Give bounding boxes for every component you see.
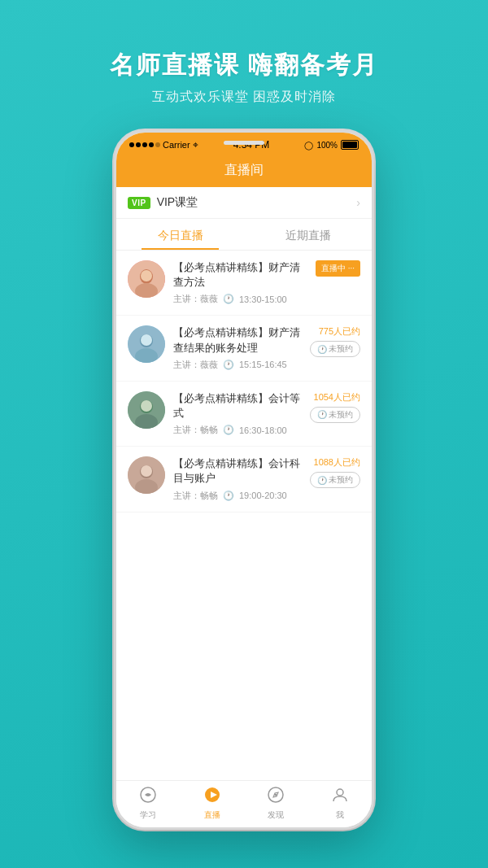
bottom-nav: 学习 直播 发现 (116, 780, 372, 827)
course-item-1[interactable]: 【必考点精讲精练】财产清查方法 主讲：薇薇 🕐 13:30-15:00 直播中 … (116, 251, 372, 316)
svg-point-11 (141, 400, 152, 412)
wifi-icon: ⌖ (193, 139, 198, 150)
course-3-time: 16:30-18:00 (239, 425, 287, 435)
live-nav-label: 直播 (204, 809, 220, 821)
course-list: 【必考点精讲精练】财产清查方法 主讲：薇薇 🕐 13:30-15:00 直播中 … (116, 251, 372, 777)
battery-fill (342, 142, 357, 148)
clock-small-icon-3: 🕐 (317, 410, 327, 419)
clock-small-icon-2: 🕐 (317, 345, 327, 354)
svg-point-15 (141, 465, 152, 477)
course-4-teacher-label: 主讲：畅畅 (173, 490, 218, 502)
svg-point-3 (141, 270, 152, 281)
course-3-reserved: 1054人已约 (314, 391, 360, 403)
discover-icon (267, 786, 285, 808)
svg-point-7 (141, 334, 152, 346)
course-1-info: 【必考点精讲精练】财产清查方法 主讲：薇薇 🕐 13:30-15:00 (173, 260, 307, 305)
tab-today-live[interactable]: 今日直播 (116, 219, 244, 250)
course-3-info: 【必考点精讲精练】会计等式 主讲：畅畅 🕐 16:30-18:00 (173, 391, 302, 436)
clock-icon-2: 🕐 (223, 360, 234, 370)
vip-text: VIP课堂 (157, 195, 357, 210)
vip-badge: VIP (128, 197, 150, 209)
me-icon (331, 786, 349, 808)
clock-icon-1: 🕐 (223, 294, 234, 304)
tab-recent-label: 近期直播 (285, 229, 331, 242)
signal-dot-5 (155, 142, 160, 147)
status-left: Carrier ⌖ (129, 139, 198, 150)
clock-icon-3: 🕐 (223, 425, 234, 435)
course-3-reserve-btn[interactable]: 🕐 未预约 (310, 407, 360, 423)
course-3-action: 1054人已约 🕐 未预约 (310, 391, 360, 423)
course-item-2[interactable]: 【必考点精讲精练】财产清查结果的账务处理 主讲：薇薇 🕐 15:15-16:45… (116, 316, 372, 381)
avatar-1 (128, 260, 165, 298)
course-2-title: 【必考点精讲精练】财产清查结果的账务处理 (173, 325, 302, 355)
battery-percent: 100% (316, 141, 338, 150)
course-item-3[interactable]: 【必考点精讲精练】会计等式 主讲：畅畅 🕐 16:30-18:00 1054人已… (116, 382, 372, 447)
course-1-time: 13:30-15:00 (239, 294, 287, 304)
tab-recent-live[interactable]: 近期直播 (244, 219, 372, 250)
tab-today-label: 今日直播 (158, 229, 203, 242)
avatar-2 (128, 325, 165, 363)
signal-dot-1 (129, 142, 134, 147)
battery-icon (341, 140, 359, 150)
live-icon (203, 786, 221, 808)
signal-dots (129, 142, 160, 147)
course-2-meta: 主讲：薇薇 🕐 15:15-16:45 (173, 359, 302, 371)
vip-arrow-icon: › (356, 196, 360, 209)
study-icon (139, 786, 157, 808)
course-4-time: 19:00-20:30 (239, 491, 287, 500)
study-label: 学习 (140, 809, 156, 821)
svg-point-20 (275, 794, 277, 796)
phone-shell: Carrier ⌖ 4:34 PM ◯ 100% 直播间 VIP VIP课堂 › (114, 130, 374, 830)
clock-small-icon-4: 🕐 (317, 476, 327, 485)
course-2-info: 【必考点精讲精练】财产清查结果的账务处理 主讲：薇薇 🕐 15:15-16:45 (173, 325, 302, 370)
navigation-bar: 直播间 (116, 155, 372, 187)
nav-title: 直播间 (224, 163, 264, 177)
course-2-reserved: 775人已约 (319, 325, 360, 338)
course-1-teacher-label: 主讲：薇薇 (173, 293, 218, 305)
course-4-title: 【必考点精讲精练】会计科目与账户 (173, 456, 302, 486)
course-1-action: 直播中 ··· (316, 260, 360, 277)
course-2-action: 775人已约 🕐 未预约 (310, 325, 360, 357)
discover-label: 发现 (268, 809, 284, 821)
course-4-meta: 主讲：畅畅 🕐 19:00-20:30 (173, 490, 302, 502)
course-1-title: 【必考点精讲精练】财产清查方法 (173, 260, 307, 290)
nav-item-study[interactable]: 学习 (116, 786, 181, 821)
carrier-text: Carrier (163, 140, 190, 150)
nav-item-live[interactable]: 直播 (181, 786, 245, 821)
svg-point-21 (337, 789, 343, 796)
course-4-reserved: 1088人已约 (314, 456, 360, 469)
course-item-4[interactable]: 【必考点精讲精练】会计科目与账户 主讲：畅畅 🕐 19:00-20:30 108… (116, 447, 372, 512)
signal-dot-3 (142, 142, 147, 147)
course-2-teacher-label: 主讲：薇薇 (173, 359, 218, 371)
hero-subtitle: 互动式欢乐课堂 困惑及时消除 (0, 89, 488, 106)
nav-item-me[interactable]: 我 (308, 786, 373, 821)
signal-dot-4 (149, 142, 154, 147)
course-2-time: 15:15-16:45 (239, 360, 287, 369)
hero-title: 名师直播课 嗨翻备考月 (0, 49, 488, 82)
nav-item-discover[interactable]: 发现 (244, 786, 308, 821)
status-right: ◯ 100% (304, 140, 359, 150)
status-bar: Carrier ⌖ 4:34 PM ◯ 100% (116, 133, 372, 155)
course-1-meta: 主讲：薇薇 🕐 13:30-15:00 (173, 293, 307, 305)
course-2-reserve-btn[interactable]: 🕐 未预约 (310, 341, 360, 357)
live-badge-1[interactable]: 直播中 ··· (316, 260, 360, 277)
course-4-action: 1088人已约 🕐 未预约 (310, 456, 360, 488)
course-3-title: 【必考点精讲精练】会计等式 (173, 391, 302, 421)
tabs-container: 今日直播 近期直播 (116, 219, 372, 251)
course-4-info: 【必考点精讲精练】会计科目与账户 主讲：畅畅 🕐 19:00-20:30 (173, 456, 302, 501)
avatar-4 (128, 456, 165, 494)
avatar-3 (128, 391, 165, 429)
course-4-reserve-btn[interactable]: 🕐 未预约 (310, 472, 360, 488)
signal-dot-2 (136, 142, 141, 147)
hero-section: 名师直播课 嗨翻备考月 互动式欢乐课堂 困惑及时消除 (0, 49, 488, 106)
course-3-teacher-label: 主讲：畅畅 (173, 424, 218, 436)
clock-icon-4: 🕐 (223, 491, 234, 501)
phone-wrapper: Carrier ⌖ 4:34 PM ◯ 100% 直播间 VIP VIP课堂 › (114, 130, 374, 830)
course-3-meta: 主讲：畅畅 🕐 16:30-18:00 (173, 424, 302, 436)
battery-ring-icon: ◯ (304, 141, 313, 150)
me-label: 我 (336, 809, 344, 821)
vip-row[interactable]: VIP VIP课堂 › (116, 187, 372, 219)
time-display: 4:34 PM (233, 139, 270, 150)
